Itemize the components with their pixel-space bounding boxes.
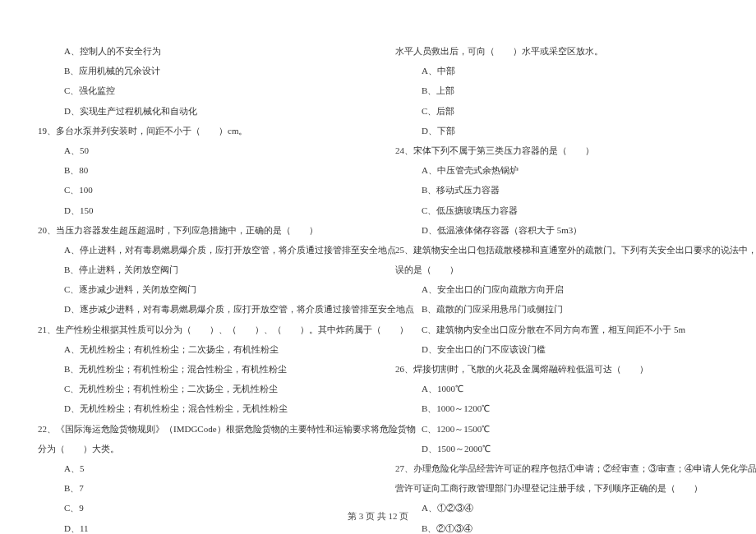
q21-text: 21、生产性粉尘根据其性质可以分为（ ）、（ ）、（ ）。其中炸药属于（ ） (33, 320, 366, 339)
q22-opt-b: B、7 (33, 478, 366, 498)
q26-opt-c: C、1200～1500℃ (390, 419, 723, 439)
q22-text-line1: 22、《国际海运危险货物规则》（IMDGCode）根据危险货物的主要特性和运输要… (33, 419, 366, 439)
q18-opt-c: C、强化监控 (33, 81, 366, 100)
q21-opt-c: C、无机性粉尘；有机性粉尘；二次扬尘，无机性粉尘 (33, 379, 366, 398)
q25-opt-b: B、疏散的门应采用悬吊门或侧拉门 (390, 299, 723, 319)
q24-opt-b: B、移动式压力容器 (390, 180, 723, 200)
q26-opt-a: A、1000℃ (390, 379, 723, 398)
exam-page: A、控制人的不安全行为 B、应用机械的冗余设计 C、强化监控 D、实现生产过程机… (0, 0, 756, 534)
q20-opt-a: A、停止进料，对有毒易燃易爆介质，应打开放空管，将介质通过接管排至安全地点 (33, 240, 366, 260)
q24-opt-d: D、低温液体储存容器（容积大于 5m3） (390, 220, 723, 240)
q24-text: 24、宋体下列不属于第三类压力容器的是（ ） (390, 140, 723, 160)
q24-opt-a: A、中压管壳式余热锅炉 (390, 160, 723, 180)
q27-text-line2: 营许可证向工商行政管理部门办理登记注册手续，下列顺序正确的是（ ） (390, 478, 723, 498)
q21-opt-b: B、无机性粉尘；有机性粉尘；混合性粉尘，有机性粉尘 (33, 359, 366, 379)
page-footer: 第 3 页 共 12 页 (0, 510, 756, 522)
q19-opt-a: A、50 (33, 140, 366, 160)
q23-opt-c: C、后部 (390, 101, 723, 121)
left-column: A、控制人的不安全行为 B、应用机械的冗余设计 C、强化监控 D、实现生产过程机… (33, 41, 366, 534)
q25-opt-c: C、建筑物内安全出口应分散在不同方向布置，相互间距不小于 5m (390, 320, 723, 339)
q24-opt-c: C、低压搪玻璃压力容器 (390, 200, 723, 220)
q25-text-line1: 25、建筑物安全出口包括疏散楼梯和直通室外的疏散门。下列有关安全出口要求的说法中… (390, 240, 723, 260)
q19-opt-d: D、150 (33, 200, 366, 220)
q20-opt-b: B、停止进料，关闭放空阀门 (33, 260, 366, 279)
q20-opt-d: D、逐步减少进料，对有毒易燃易爆介质，应打开放空管，将介质通过接管排至安全地点 (33, 299, 366, 319)
q21-opt-d: D、无机性粉尘；有机性粉尘；混合性粉尘，无机性粉尘 (33, 398, 366, 418)
q19-opt-c: C、100 (33, 180, 366, 200)
q20-text: 20、当压力容器发生超压超温时，下列应急措施中，正确的是（ ） (33, 220, 366, 240)
q23-opt-a: A、中部 (390, 61, 723, 81)
q21-opt-a: A、无机性粉尘；有机性粉尘；二次扬尘，有机性粉尘 (33, 339, 366, 359)
q27-text-line1: 27、办理危险化学品经营许可证的程序包括①申请；②经审查；③审查；④申请人凭化学… (390, 458, 723, 478)
q22-opt-a: A、5 (33, 458, 366, 478)
q26-opt-d: D、1500～2000℃ (390, 439, 723, 458)
q26-opt-b: B、1000～1200℃ (390, 398, 723, 418)
q20-opt-c: C、逐步减少进料，关闭放空阀门 (33, 279, 366, 299)
q22-text-line2: 分为（ ）大类。 (33, 439, 366, 458)
q25-text-line2: 误的是（ ） (390, 260, 723, 279)
q25-opt-d: D、安全出口的门不应该设门槛 (390, 339, 723, 359)
q19-opt-b: B、80 (33, 160, 366, 180)
right-column: 水平人员救出后，可向（ ）水平或采空区放水。 A、中部 B、上部 C、后部 D、… (390, 41, 723, 534)
q23-opt-b: B、上部 (390, 81, 723, 100)
q23-cont: 水平人员救出后，可向（ ）水平或采空区放水。 (390, 41, 723, 61)
q25-opt-a: A、安全出口的门应向疏散方向开启 (390, 279, 723, 299)
q18-opt-d: D、实现生产过程机械化和自动化 (33, 101, 366, 121)
q26-text: 26、焊接切割时，飞散的火花及金属熔融碎粒低温可达（ ） (390, 359, 723, 379)
q19-text: 19、多台水泵并列安装时，间距不小于（ ）cm。 (33, 121, 366, 140)
q18-opt-a: A、控制人的不安全行为 (33, 41, 366, 61)
q18-opt-b: B、应用机械的冗余设计 (33, 61, 366, 81)
q23-opt-d: D、下部 (390, 121, 723, 140)
